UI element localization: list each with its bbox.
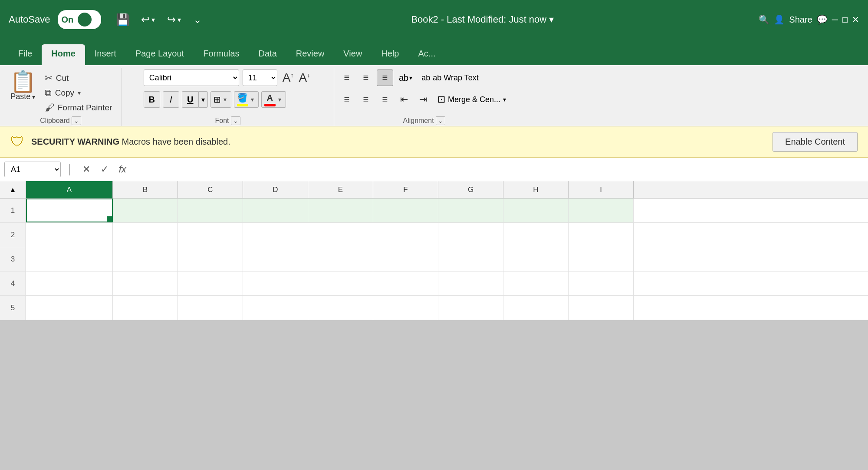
cell-f4[interactable]	[373, 271, 438, 295]
cell-b5[interactable]	[113, 296, 178, 320]
col-header-h[interactable]: H	[503, 181, 569, 198]
cell-e3[interactable]	[308, 247, 373, 271]
col-header-g[interactable]: G	[438, 181, 503, 198]
user-icon[interactable]: 👤	[774, 14, 785, 25]
fill-color-dropdown[interactable]: ▾	[249, 96, 256, 103]
italic-button[interactable]: I	[163, 91, 179, 108]
cell-h4[interactable]	[503, 271, 569, 295]
row-num-3[interactable]: 3	[0, 247, 26, 271]
tab-page-layout[interactable]: Page Layout	[126, 44, 194, 65]
col-header-b[interactable]: B	[113, 181, 178, 198]
fill-handle[interactable]	[107, 216, 112, 222]
row-num-1[interactable]: 1	[0, 199, 26, 222]
cell-e4[interactable]	[308, 271, 373, 295]
cell-reference-box[interactable]: A1	[4, 162, 61, 177]
font-color-dropdown[interactable]: ▾	[276, 96, 283, 103]
tab-acrobat[interactable]: Ac...	[409, 44, 445, 65]
cell-b4[interactable]	[113, 271, 178, 295]
alignment-expand-btn[interactable]: ⌄	[436, 116, 445, 125]
tab-home[interactable]: Home	[42, 44, 85, 65]
cell-f5[interactable]	[373, 296, 438, 320]
cell-f1[interactable]	[373, 199, 438, 222]
font-size-select[interactable]: 11 8 10 12 14	[243, 70, 277, 86]
merge-center-btn[interactable]: ⊡ Merge & Cen... ▾	[434, 92, 510, 107]
increase-font-btn[interactable]: A↑	[281, 71, 296, 85]
font-color-button[interactable]: A ▾	[261, 91, 286, 108]
cell-d1[interactable]	[243, 199, 308, 222]
underline-button[interactable]: U	[182, 91, 198, 108]
cell-g4[interactable]	[438, 271, 503, 295]
cell-e1[interactable]	[308, 199, 373, 222]
orientation-btn[interactable]: ab ▾	[396, 70, 415, 86]
col-header-i[interactable]: I	[569, 181, 634, 198]
cell-a5[interactable]	[26, 296, 113, 320]
tab-view[interactable]: View	[334, 44, 372, 65]
cell-a4[interactable]	[26, 271, 113, 295]
align-top-btn[interactable]: ≡	[339, 70, 355, 86]
col-header-a[interactable]: A	[26, 181, 113, 198]
save-icon[interactable]: 💾	[112, 11, 133, 28]
tab-file[interactable]: File	[9, 44, 42, 65]
tab-formulas[interactable]: Formulas	[194, 44, 249, 65]
tab-data[interactable]: Data	[249, 44, 286, 65]
bold-button[interactable]: B	[144, 91, 160, 108]
align-right-btn[interactable]: ≡	[377, 91, 393, 108]
cell-b2[interactable]	[113, 223, 178, 247]
align-center-btn[interactable]: ≡	[358, 91, 374, 108]
search-icon[interactable]: 🔍	[759, 14, 769, 25]
cell-i5[interactable]	[569, 296, 634, 320]
cell-i3[interactable]	[569, 247, 634, 271]
cell-g1[interactable]	[438, 199, 503, 222]
cell-g3[interactable]	[438, 247, 503, 271]
cell-c4[interactable]	[178, 271, 243, 295]
row-num-2[interactable]: 2	[0, 223, 26, 247]
enable-content-button[interactable]: Enable Content	[773, 132, 858, 152]
copy-dropdown-arrow[interactable]: ▾	[78, 89, 81, 96]
cell-a2[interactable]	[26, 223, 113, 247]
cell-c2[interactable]	[178, 223, 243, 247]
undo-btn[interactable]: ↩ ▾	[137, 13, 159, 26]
borders-button[interactable]: ⊞ ▾	[210, 91, 231, 108]
cell-f3[interactable]	[373, 247, 438, 271]
col-header-d[interactable]: D	[243, 181, 308, 198]
cell-e2[interactable]	[308, 223, 373, 247]
paste-dropdown-arrow[interactable]: ▾	[32, 93, 35, 100]
cell-h5[interactable]	[503, 296, 569, 320]
formula-input[interactable]	[133, 162, 864, 177]
font-family-select[interactable]: Calibri Arial Times New Roman	[144, 70, 239, 86]
cell-c3[interactable]	[178, 247, 243, 271]
cell-d4[interactable]	[243, 271, 308, 295]
row-num-4[interactable]: 4	[0, 271, 26, 295]
cell-i1[interactable]	[569, 199, 634, 222]
cell-h3[interactable]	[503, 247, 569, 271]
comments-btn[interactable]: 💬	[817, 14, 828, 25]
cell-b3[interactable]	[113, 247, 178, 271]
customize-btn[interactable]: ⌄	[189, 13, 206, 26]
close-btn[interactable]: ✕	[852, 14, 859, 25]
cell-i4[interactable]	[569, 271, 634, 295]
share-btn[interactable]: Share	[789, 15, 812, 25]
tab-insert[interactable]: Insert	[85, 44, 126, 65]
cell-h2[interactable]	[503, 223, 569, 247]
cell-d2[interactable]	[243, 223, 308, 247]
col-header-e[interactable]: E	[308, 181, 373, 198]
autosave-toggle[interactable]: On	[58, 10, 101, 29]
confirm-formula-btn[interactable]: ✓	[97, 162, 112, 177]
minimize-btn[interactable]: ─	[832, 15, 838, 25]
cell-a3[interactable]	[26, 247, 113, 271]
row-num-5[interactable]: 5	[0, 296, 26, 320]
font-expand-btn[interactable]: ⌄	[231, 116, 240, 125]
fill-color-button[interactable]: 🪣 ▾	[234, 91, 259, 108]
cell-a1[interactable]	[26, 199, 113, 222]
cell-c5[interactable]	[178, 296, 243, 320]
col-header-f[interactable]: F	[373, 181, 438, 198]
title-dropdown[interactable]: ▾	[549, 14, 554, 25]
tab-review[interactable]: Review	[286, 44, 334, 65]
paste-button[interactable]: 📋 Paste ▾	[7, 70, 39, 103]
cell-i2[interactable]	[569, 223, 634, 247]
cell-g2[interactable]	[438, 223, 503, 247]
orientation-dropdown[interactable]: ▾	[409, 74, 412, 81]
row-num-corner[interactable]: ▲	[0, 181, 26, 198]
cut-button[interactable]: ✂ Cut	[42, 71, 115, 85]
tab-help[interactable]: Help	[372, 44, 408, 65]
